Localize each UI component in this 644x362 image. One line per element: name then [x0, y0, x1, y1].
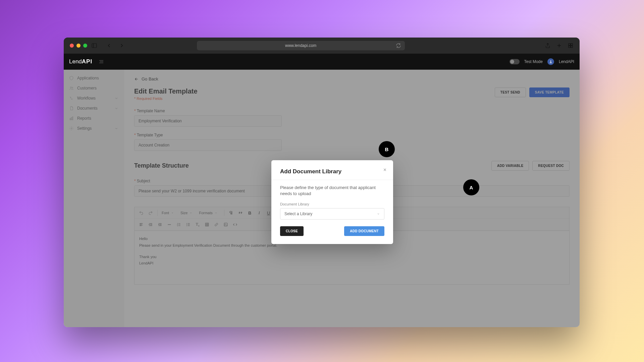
modal-description: Please define the type of document that …: [280, 185, 384, 197]
url-text: www.lendapi.com: [285, 43, 316, 48]
tabs-grid-icon[interactable]: [568, 43, 574, 49]
svg-rect-0: [92, 44, 97, 48]
refresh-icon[interactable]: [395, 43, 401, 49]
svg-rect-4: [569, 46, 570, 48]
chevron-down-icon: [377, 212, 380, 216]
browser-window: www.lendapi.com LendAPI Test Mode LendAP…: [64, 38, 580, 327]
app-header: LendAPI Test Mode LendAPI: [64, 54, 580, 70]
close-window-button[interactable]: [70, 44, 74, 48]
library-select[interactable]: Select a Library: [280, 208, 384, 220]
avatar-icon: [549, 60, 552, 63]
app-body: Applications Customers Workflows Documen…: [64, 70, 580, 327]
browser-right-icons: [545, 43, 574, 49]
library-placeholder: Select a Library: [284, 212, 312, 216]
svg-rect-2: [569, 44, 570, 45]
logo-bold: API: [82, 58, 92, 65]
avatar[interactable]: [547, 58, 554, 65]
user-label: LendAPI: [559, 59, 574, 64]
logo-prefix: Lend: [69, 58, 82, 65]
test-mode-toggle[interactable]: [509, 59, 520, 64]
annotation-a: A: [463, 179, 479, 195]
svg-rect-3: [571, 44, 573, 45]
library-label: Document Library: [280, 202, 384, 206]
logo: LendAPI: [69, 58, 92, 65]
toggle-knob: [510, 60, 514, 64]
modal-close-button[interactable]: ×: [383, 167, 386, 173]
svg-rect-5: [571, 46, 573, 48]
header-right: Test Mode LendAPI: [509, 58, 574, 65]
modal-close-action[interactable]: CLOSE: [280, 226, 304, 236]
traffic-lights: [70, 44, 87, 48]
modal-title: Add Document Library: [280, 168, 384, 175]
test-mode-label: Test Mode: [524, 59, 543, 64]
back-icon[interactable]: [106, 43, 112, 49]
maximize-window-button[interactable]: [83, 44, 87, 48]
forward-icon[interactable]: [119, 43, 125, 49]
modal-actions: CLOSE ADD DOCUMENT: [280, 226, 384, 236]
annotation-b: B: [379, 141, 395, 157]
add-document-modal: Add Document Library × Please define the…: [271, 160, 393, 244]
browser-chrome: www.lendapi.com: [64, 38, 580, 54]
new-tab-icon[interactable]: [556, 43, 562, 49]
sidebar-toggle-icon[interactable]: [91, 43, 97, 49]
url-bar[interactable]: www.lendapi.com: [197, 41, 405, 50]
menu-toggle-icon[interactable]: [98, 59, 104, 65]
svg-point-6: [550, 60, 551, 61]
share-icon[interactable]: [545, 43, 551, 49]
minimize-window-button[interactable]: [76, 44, 80, 48]
browser-nav: [106, 43, 125, 49]
modal-add-document-button[interactable]: ADD DOCUMENT: [344, 226, 384, 236]
